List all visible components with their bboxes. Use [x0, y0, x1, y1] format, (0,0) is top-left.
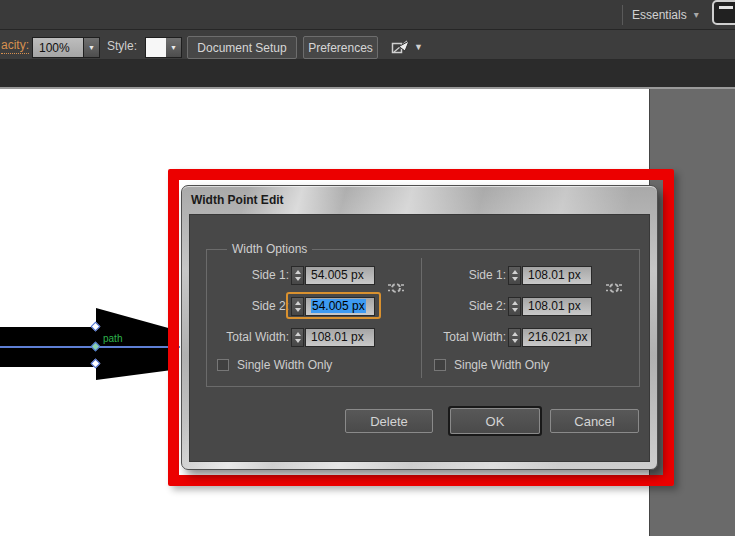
stepper-up-icon[interactable]	[295, 270, 301, 274]
style-swatch[interactable]	[145, 37, 167, 58]
side1-value: 108.01 px	[528, 268, 581, 282]
arrow-head-shape[interactable]	[96, 308, 172, 380]
side2-field[interactable]: 54.005 px	[305, 297, 375, 316]
workspace-label: Essentials	[632, 8, 687, 22]
side1-value: 54.005 px	[311, 268, 364, 282]
stepper-up-icon[interactable]	[512, 301, 518, 305]
dialog-title: Width Point Edit	[182, 186, 657, 214]
side1-label: Side 1:	[211, 268, 289, 282]
stepper-up-icon[interactable]	[512, 332, 518, 336]
control-bar: acity: 100% ▼ Style: ▼ Document Setup Pr…	[0, 30, 735, 60]
single-width-row: Single Width Only	[428, 355, 549, 375]
total-width-row: Total Width: 108.01 px	[211, 327, 375, 347]
ok-button[interactable]: OK	[450, 408, 540, 434]
stepper-down-icon[interactable]	[512, 277, 518, 281]
opacity-link[interactable]: acity:	[1, 38, 29, 54]
total-width-label: Total Width:	[211, 330, 289, 344]
preferences-button[interactable]: Preferences	[303, 36, 378, 59]
single-width-label: Single Width Only	[454, 358, 549, 372]
path-label: path	[103, 333, 122, 344]
document-setup-button[interactable]: Document Setup	[187, 36, 297, 59]
stepper-down-icon[interactable]	[295, 308, 301, 312]
broken-link-icon[interactable]	[388, 280, 404, 300]
single-width-row: Single Width Only	[211, 355, 332, 375]
minimize-icon	[719, 6, 733, 9]
side1-label: Side 1:	[428, 268, 506, 282]
side2-row: Side 2: 108.01 px	[428, 296, 592, 316]
style-label: Style:	[107, 39, 137, 53]
width-point-edit-dialog: Width Point Edit Width Options Side 1: 5…	[181, 185, 658, 470]
side2-value-selected: 54.005 px	[311, 299, 366, 313]
width-options-left-column: Side 1: 54.005 px Side 2: 54.005 px Tota…	[207, 250, 419, 386]
application-bar: Essentials ▾	[0, 0, 735, 30]
stepper-down-icon[interactable]	[512, 308, 518, 312]
width-options-group: Width Options Side 1: 54.005 px Side 2: …	[206, 249, 640, 387]
document-strip	[0, 60, 735, 87]
side2-stepper[interactable]	[508, 297, 521, 316]
illustrator-window: Essentials ▾ acity: 100% ▼ Style: ▼ Docu…	[0, 0, 735, 536]
side2-row: Side 2: 54.005 px	[211, 296, 375, 316]
opacity-input[interactable]: 100%	[32, 37, 84, 58]
style-dropdown-button[interactable]: ▼	[166, 37, 182, 58]
delete-button[interactable]: Delete	[345, 409, 433, 433]
chevron-down-icon: ▾	[694, 9, 699, 20]
side2-field[interactable]: 108.01 px	[522, 297, 592, 316]
total-width-row: Total Width: 216.021 px	[428, 327, 592, 347]
total-width-stepper[interactable]	[291, 328, 304, 347]
width-options-right-column: Side 1: 108.01 px Side 2: 108.01 px Tota…	[424, 250, 636, 386]
side1-field[interactable]: 108.01 px	[522, 266, 592, 285]
side2-stepper[interactable]	[291, 297, 304, 316]
total-width-stepper[interactable]	[508, 328, 521, 347]
single-width-label: Single Width Only	[237, 358, 332, 372]
dropdown-arrow-icon: ▼	[170, 44, 177, 51]
cancel-button[interactable]: Cancel	[550, 409, 639, 433]
stepper-down-icon[interactable]	[295, 277, 301, 281]
divider	[622, 5, 623, 25]
stepper-up-icon[interactable]	[295, 332, 301, 336]
side2-label: Side 2:	[211, 299, 289, 313]
opacity-dropdown-button[interactable]: ▼	[84, 37, 100, 58]
workspace-switcher[interactable]: Essentials ▾	[632, 0, 699, 29]
dialog-content: Width Options Side 1: 54.005 px Side 2: …	[189, 214, 650, 462]
side2-label: Side 2:	[428, 299, 506, 313]
stepper-up-icon[interactable]	[512, 270, 518, 274]
total-width-label: Total Width:	[428, 330, 506, 344]
stepper-up-icon[interactable]	[295, 301, 301, 305]
single-width-checkbox[interactable]	[434, 359, 446, 371]
side2-value: 108.01 px	[528, 299, 581, 313]
total-width-value: 108.01 px	[311, 330, 364, 344]
total-width-field[interactable]: 216.021 px	[522, 328, 592, 347]
side1-stepper[interactable]	[508, 266, 521, 285]
side1-row: Side 1: 108.01 px	[428, 265, 592, 285]
dropdown-arrow-icon: ▼	[88, 44, 95, 51]
select-similar-dropdown-icon[interactable]: ▼	[414, 42, 423, 52]
side1-stepper[interactable]	[291, 266, 304, 285]
stepper-down-icon[interactable]	[295, 339, 301, 343]
broken-link-icon[interactable]	[606, 280, 622, 300]
ok-button-default-ring: OK	[448, 406, 542, 436]
stepper-down-icon[interactable]	[512, 339, 518, 343]
total-width-value: 216.021 px	[528, 330, 587, 344]
single-width-checkbox[interactable]	[217, 359, 229, 371]
select-similar-icon[interactable]	[391, 39, 411, 59]
window-control-button[interactable]	[712, 0, 735, 25]
total-width-field[interactable]: 108.01 px	[305, 328, 375, 347]
divider	[421, 258, 422, 378]
side1-field[interactable]: 54.005 px	[305, 266, 375, 285]
side1-row: Side 1: 54.005 px	[211, 265, 375, 285]
